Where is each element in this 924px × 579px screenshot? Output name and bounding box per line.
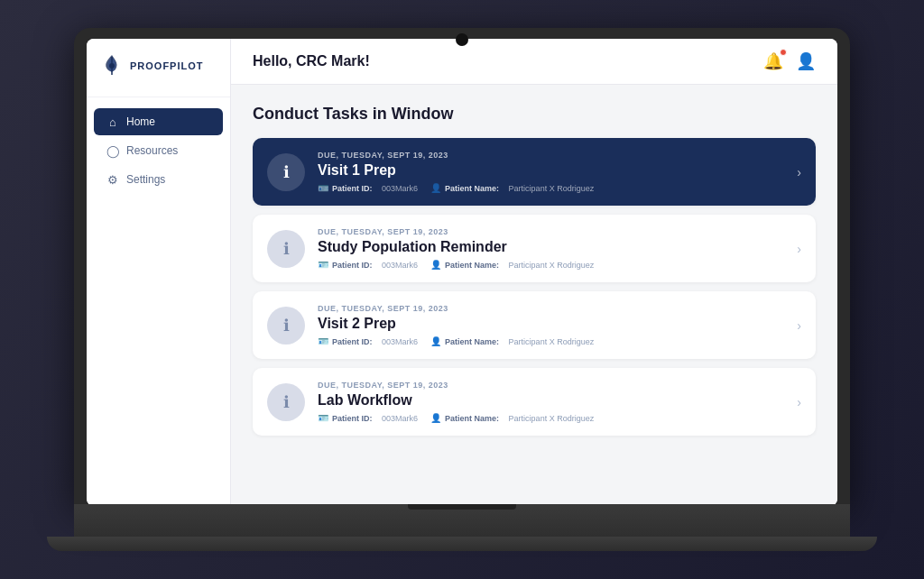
logo-area: PROOFPILOT [87,39,230,97]
task-2-avatar: ℹ [267,230,305,268]
task-2-due: DUE, TUESDAY, SEPT 19, 2023 [318,227,784,236]
notification-badge [780,49,787,56]
task-2-patient-name: 👤 Patient Name: Participant X Rodriguez [430,260,594,270]
task-card-2[interactable]: ℹ DUE, TUESDAY, SEPT 19, 2023 Study Popu… [253,215,816,282]
nav-menu: ⌂ Home ◯ Resources ⚙ Settings [87,97,230,204]
settings-icon: ⚙ [106,173,119,186]
task-4-chevron: › [797,395,801,409]
task-2-chevron: › [797,242,801,256]
sidebar-item-home[interactable]: ⌂ Home [94,108,223,135]
task-1-chevron: › [797,165,801,179]
screen: PROOFPILOT ⌂ Home ◯ Resources ⚙ Settings [87,39,837,506]
task-1-title: Visit 1 Prep [318,162,784,179]
task-4-avatar: ℹ [267,383,305,421]
task-2-meta: 🪪 Patient ID: 003Mark6 👤 Patient Name: P… [318,260,784,270]
resources-icon: ◯ [106,144,119,157]
task-3-info: DUE, TUESDAY, SEPT 19, 2023 Visit 2 Prep… [318,304,784,346]
task-2-avatar-icon: ℹ [283,239,290,259]
camera-notch [456,33,468,46]
section-title: Conduct Tasks in Window [253,105,816,124]
task-4-due: DUE, TUESDAY, SEPT 19, 2023 [318,381,784,390]
task-1-info: DUE, TUESDAY, SEPT 19, 2023 Visit 1 Prep… [318,151,784,193]
user-profile-icon[interactable]: 👤 [796,51,816,71]
laptop-bottom [74,504,850,551]
task-4-patient-name: 👤 Patient Name: Participant X Rodriguez [430,413,594,423]
header-icons: 🔔 👤 [763,51,816,71]
main-content: Hello, CRC Mark! 🔔 👤 Conduct Tasks in Wi… [231,39,837,506]
task-1-avatar: ℹ [267,153,305,191]
task-3-chevron: › [797,318,801,333]
task-card-1[interactable]: ℹ DUE, TUESDAY, SEPT 19, 2023 Visit 1 Pr… [253,138,816,206]
task-2-title: Study Population Reminder [318,239,784,255]
sidebar-item-settings-label: Settings [126,173,165,186]
screen-bezel: PROOFPILOT ⌂ Home ◯ Resources ⚙ Settings [74,28,850,506]
task-2-patient-id: 🪪 Patient ID: 003Mark6 [318,260,418,270]
task-4-title: Lab Workflow [318,392,784,409]
task-3-avatar-icon: ℹ [283,316,290,335]
logo-icon [99,53,125,78]
task-3-patient-id: 🪪 Patient ID: 003Mark6 [318,336,418,346]
header: Hello, CRC Mark! 🔔 👤 [231,39,837,85]
task-4-meta: 🪪 Patient ID: 003Mark6 👤 Patient Name: P… [318,413,784,423]
task-2-info: DUE, TUESDAY, SEPT 19, 2023 Study Popula… [318,227,784,270]
task-3-title: Visit 2 Prep [318,316,784,332]
greeting-text: Hello, CRC Mark! [253,53,370,69]
task-1-patient-id: 🪪 Patient ID: 003Mark6 [318,183,418,193]
task-card-4[interactable]: ℹ DUE, TUESDAY, SEPT 19, 2023 Lab Workfl… [253,368,816,436]
task-3-due: DUE, TUESDAY, SEPT 19, 2023 [318,304,784,313]
task-3-patient-name: 👤 Patient Name: Participant X Rodriguez [430,336,594,346]
task-card-3[interactable]: ℹ DUE, TUESDAY, SEPT 19, 2023 Visit 2 Pr… [253,291,816,359]
laptop-wrapper: PROOFPILOT ⌂ Home ◯ Resources ⚙ Settings [74,28,850,551]
task-1-avatar-icon: ℹ [283,162,290,182]
sidebar-item-resources-label: Resources [126,144,178,157]
task-1-due: DUE, TUESDAY, SEPT 19, 2023 [318,151,784,160]
content-area: Conduct Tasks in Window ℹ DUE, TUESDAY, … [231,85,837,506]
laptop-base [47,537,877,551]
task-3-meta: 🪪 Patient ID: 003Mark6 👤 Patient Name: P… [318,336,784,346]
sidebar-item-settings[interactable]: ⚙ Settings [94,166,223,193]
task-3-avatar: ℹ [267,307,305,345]
notifications-button[interactable]: 🔔 [763,51,783,71]
logo-text: PROOFPILOT [130,60,204,71]
task-1-patient-name: 👤 Patient Name: Participant X Rodriguez [430,183,594,193]
laptop-hinge [408,504,516,510]
task-4-avatar-icon: ℹ [283,392,290,412]
sidebar: PROOFPILOT ⌂ Home ◯ Resources ⚙ Settings [87,39,231,506]
sidebar-item-home-label: Home [126,115,155,128]
task-1-meta: 🪪 Patient ID: 003Mark6 👤 Patient Name: P… [318,183,784,193]
task-4-info: DUE, TUESDAY, SEPT 19, 2023 Lab Workflow… [318,381,784,423]
task-4-patient-id: 🪪 Patient ID: 003Mark6 [318,413,418,423]
home-icon: ⌂ [106,115,119,128]
sidebar-item-resources[interactable]: ◯ Resources [94,137,223,164]
